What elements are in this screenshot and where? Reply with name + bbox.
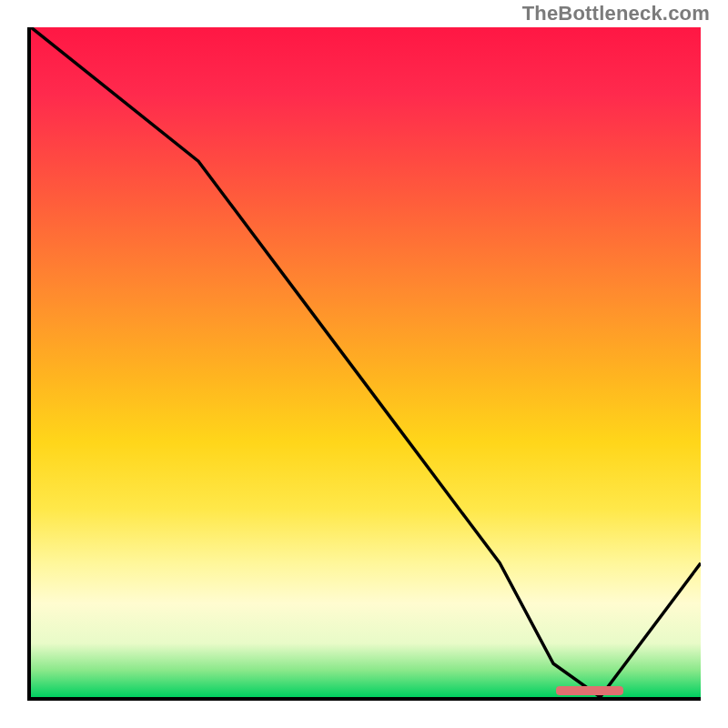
- attribution-text: TheBottleneck.com: [522, 2, 710, 25]
- gradient-background: [27, 27, 701, 701]
- optimal-range-marker: [556, 686, 623, 695]
- chart-container: TheBottleneck.com: [0, 0, 728, 728]
- curve-path: [31, 27, 701, 697]
- bottleneck-curve: [31, 27, 701, 697]
- plot-area: [27, 27, 701, 701]
